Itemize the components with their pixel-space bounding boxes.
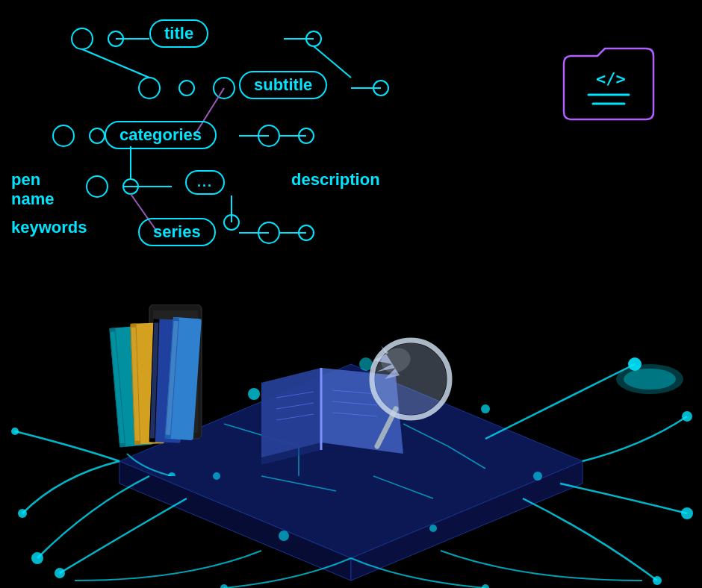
svg-point-5 (139, 78, 160, 98)
svg-point-60 (482, 584, 489, 588)
svg-point-51 (624, 369, 676, 390)
svg-marker-62 (261, 368, 321, 465)
svg-point-6 (179, 81, 194, 96)
svg-point-11 (53, 125, 74, 146)
svg-point-1 (72, 28, 93, 49)
svg-point-42 (18, 509, 27, 518)
code-folder-icon: </> (560, 41, 657, 123)
books-stack (97, 304, 217, 476)
svg-point-20 (87, 176, 108, 197)
svg-point-46 (682, 411, 692, 422)
svg-text:</>: </> (596, 69, 626, 88)
svg-point-43 (31, 552, 43, 564)
svg-point-12 (90, 128, 105, 143)
svg-point-57 (533, 472, 542, 481)
svg-point-44 (11, 428, 19, 435)
svg-point-53 (481, 404, 490, 413)
svg-point-90 (168, 472, 176, 476)
main-scene: title subtitle categories pen name ... d… (0, 0, 702, 588)
svg-point-55 (279, 531, 289, 541)
svg-point-52 (248, 388, 260, 400)
svg-line-28 (82, 49, 149, 78)
svg-point-47 (681, 507, 693, 519)
svg-point-54 (429, 525, 437, 532)
svg-point-59 (220, 584, 228, 588)
svg-point-48 (653, 576, 662, 585)
svg-point-45 (55, 568, 65, 578)
